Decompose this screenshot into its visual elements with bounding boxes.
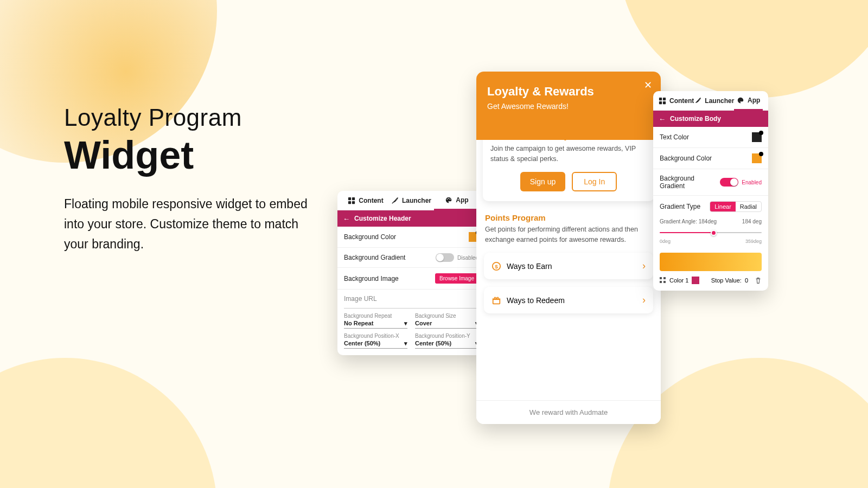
gradient-type-label: Gradient Type	[660, 203, 700, 210]
bg-posx-select[interactable]: Center (50%)▾	[344, 339, 407, 349]
drag-handle-icon[interactable]	[660, 277, 666, 284]
svg-rect-14	[663, 101, 666, 104]
bg-gradient-toggle[interactable]	[436, 253, 454, 262]
bg-color-label: Background Color	[344, 233, 396, 241]
hero-description: Floating mobile responsive widget to emb…	[64, 194, 314, 254]
text-color-row[interactable]: Text Color	[653, 127, 768, 148]
coin-icon: $	[492, 261, 501, 271]
svg-point-5	[448, 198, 449, 199]
svg-rect-2	[348, 201, 351, 203]
gradient-angle-label: Gradient Angle: 184deg	[660, 219, 717, 224]
gradient-type-radial[interactable]: Radial	[736, 202, 761, 211]
svg-rect-13	[659, 101, 662, 104]
tab-app-label: App	[456, 196, 468, 204]
customize-body-bar[interactable]: Customize Body	[653, 111, 768, 127]
slider-min: 0deg	[660, 239, 671, 244]
bg-repeat-select[interactable]: No Repeat▾	[344, 319, 407, 329]
ways-to-earn-card[interactable]: $ Ways to Earn ›	[484, 253, 653, 279]
back-arrow-icon	[343, 215, 350, 223]
gradient-type-row: Gradient Type Linear Radial	[653, 196, 768, 217]
text-color-swatch[interactable]	[752, 132, 762, 142]
tab-app[interactable]: App	[434, 191, 480, 210]
body-bg-color-label: Background Color	[660, 155, 712, 162]
points-heading: Points Program	[485, 213, 652, 222]
body-bg-gradient-state: Enabled	[742, 179, 762, 185]
bg-color-row[interactable]: Background Color	[337, 227, 485, 248]
bg-repeat-label: Background Repeat	[344, 313, 407, 319]
bg-posy-select[interactable]: Center (50%)▾	[415, 339, 478, 349]
rocket-icon	[694, 97, 701, 105]
body-bg-color-row[interactable]: Background Color	[653, 148, 768, 169]
rocket-icon	[391, 197, 399, 204]
hero-title-line2: Widget	[64, 136, 314, 175]
text-color-label: Text Color	[660, 133, 689, 141]
close-icon[interactable]: ✕	[644, 79, 652, 91]
widget-title: Loyalty & Rewards	[487, 85, 650, 99]
bg-size-label: Background Size	[415, 313, 478, 319]
widget-subtitle: Get Awesome Rewards!	[487, 102, 650, 111]
gift-icon	[492, 296, 501, 305]
bg-gradient-label: Background Gradient	[344, 254, 405, 261]
bg-posx-label: Background Position-X	[344, 333, 407, 339]
signup-button[interactable]: Sign up	[520, 172, 565, 191]
color-stop-row: Color 1 Stop Value: 0	[660, 277, 762, 284]
gradient-preview	[660, 253, 762, 271]
tab-content[interactable]: Content	[343, 197, 388, 204]
gradient-angle-slider[interactable]	[660, 227, 762, 239]
body-bg-gradient-label: Background Gradient	[660, 175, 720, 190]
svg-point-6	[450, 198, 451, 200]
bg-gradient-state: Disabled	[457, 255, 478, 261]
login-button[interactable]: Log In	[572, 172, 617, 191]
caret-down-icon: ▾	[404, 320, 407, 327]
tab-content[interactable]: Content	[659, 97, 694, 105]
svg-rect-9	[493, 299, 500, 304]
browse-image-button[interactable]: Browse Image	[435, 273, 478, 284]
trash-icon[interactable]	[755, 277, 762, 284]
tab-launcher[interactable]: Launcher	[388, 197, 434, 204]
gradient-angle-value: 184 deg	[742, 219, 762, 224]
stop-value: 0	[745, 277, 748, 284]
grid-icon	[348, 197, 355, 204]
bg-size-select[interactable]: Cover▾	[415, 319, 478, 329]
body-bg-gradient-row: Background Gradient Enabled	[653, 169, 768, 196]
svg-rect-11	[659, 97, 662, 100]
ways-to-earn-label: Ways to Earn	[507, 262, 552, 271]
customize-body-panel: Content Launcher App Customize Body Text…	[653, 91, 768, 291]
ways-to-redeem-card[interactable]: Ways to Redeem ›	[484, 287, 653, 313]
bg-gradient-row: Background Gradient Disabled	[337, 248, 485, 268]
tab-launcher[interactable]: Launcher	[694, 97, 734, 105]
svg-rect-3	[352, 201, 355, 203]
customize-header-panel: Content Launcher App Customize Header Ba…	[337, 191, 485, 355]
chevron-right-icon: ›	[642, 294, 646, 306]
image-url-input[interactable]: Image URL	[344, 293, 478, 309]
body-bg-gradient-toggle[interactable]	[720, 178, 738, 187]
tab-content-label: Content	[359, 197, 383, 204]
widget-footer: We reward with Audmate	[476, 400, 661, 424]
grid-icon	[659, 97, 666, 105]
svg-rect-10	[493, 298, 500, 300]
hero-title-line1: Loyalty Program	[64, 104, 314, 131]
chevron-right-icon: ›	[642, 260, 646, 272]
customize-header-bar[interactable]: Customize Header	[337, 210, 485, 227]
body-bg-color-swatch[interactable]	[752, 153, 762, 163]
slider-max: 359deg	[745, 239, 762, 244]
join-body: Join the campaign to get awesome rewards…	[490, 144, 647, 164]
bg-image-row: Background Image Browse Image	[337, 268, 485, 290]
loyalty-widget-preview: ✕ Loyalty & Rewards Get Awesome Rewards!…	[476, 72, 661, 424]
svg-rect-1	[352, 197, 355, 200]
svg-rect-0	[348, 197, 351, 200]
back-arrow-icon	[659, 115, 666, 123]
tab-app[interactable]: App	[734, 91, 763, 111]
points-body: Get points for performing different acti…	[485, 224, 652, 246]
customize-header-label: Customize Header	[354, 215, 411, 222]
svg-rect-12	[663, 97, 666, 100]
color1-swatch[interactable]	[692, 277, 699, 284]
stop-value-label: Stop Value:	[711, 277, 742, 284]
bg-posy-label: Background Position-Y	[415, 333, 478, 339]
color1-label: Color 1	[669, 277, 688, 284]
gradient-type-segment[interactable]: Linear Radial	[710, 201, 762, 212]
customize-body-label: Customize Body	[670, 115, 721, 123]
tab-launcher-label: Launcher	[402, 197, 431, 204]
bg-circle-bottom-left	[0, 358, 217, 488]
gradient-type-linear[interactable]: Linear	[710, 202, 736, 211]
